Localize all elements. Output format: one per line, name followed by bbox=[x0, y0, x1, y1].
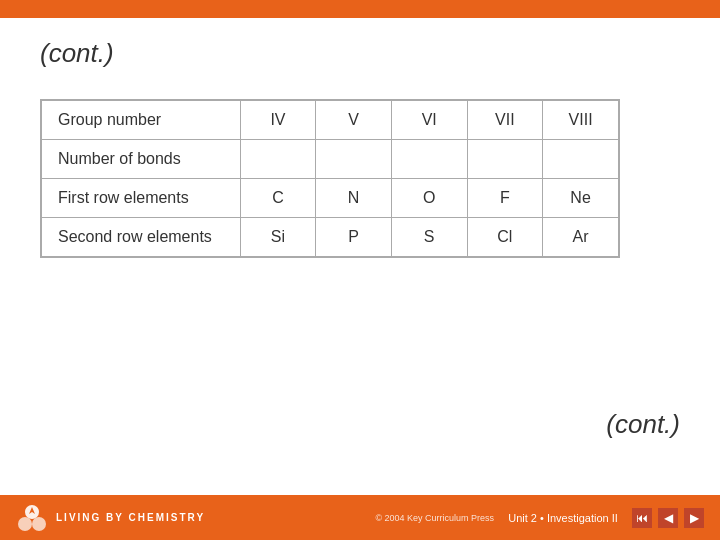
nav-label: Unit 2 • Investigation II bbox=[508, 512, 618, 524]
copyright-text: © 2004 Key Curriculum Press bbox=[375, 513, 494, 523]
table-cell bbox=[467, 140, 543, 179]
table-cell bbox=[391, 140, 467, 179]
data-table: Group numberIVVVIVIIVIIINumber of bondsF… bbox=[41, 100, 619, 257]
table-row: Second row elementsSiPSClAr bbox=[42, 218, 619, 257]
logo-icon bbox=[16, 502, 48, 534]
table-cell: Ar bbox=[543, 218, 619, 257]
table-cell: C bbox=[240, 179, 316, 218]
nav-arrows: ⏮ ◀ ▶ bbox=[632, 508, 704, 528]
page-title: (cont.) bbox=[40, 38, 680, 69]
table-row-label: Group number bbox=[42, 101, 241, 140]
table-row: First row elementsCNOFNe bbox=[42, 179, 619, 218]
nav-prev-prev-button[interactable]: ⏮ bbox=[632, 508, 652, 528]
table-row: Group numberIVVVIVIIVIII bbox=[42, 101, 619, 140]
table-cell bbox=[543, 140, 619, 179]
cont-bottom: (cont.) bbox=[606, 409, 680, 440]
table-cell: Ne bbox=[543, 179, 619, 218]
bottom-left: LIVING BY CHEMISTRY bbox=[16, 502, 205, 534]
table-cell: P bbox=[316, 218, 392, 257]
table-cell: N bbox=[316, 179, 392, 218]
nav-next-button[interactable]: ▶ bbox=[684, 508, 704, 528]
table-row-label: Second row elements bbox=[42, 218, 241, 257]
svg-point-1 bbox=[18, 517, 32, 531]
table-cell: Cl bbox=[467, 218, 543, 257]
table-cell: IV bbox=[240, 101, 316, 140]
nav-prev-button[interactable]: ◀ bbox=[658, 508, 678, 528]
table-cell: S bbox=[391, 218, 467, 257]
table-row-label: Number of bonds bbox=[42, 140, 241, 179]
table-row-label: First row elements bbox=[42, 179, 241, 218]
table-row: Number of bonds bbox=[42, 140, 619, 179]
table-cell: F bbox=[467, 179, 543, 218]
table-cell bbox=[316, 140, 392, 179]
bottom-bar: LIVING BY CHEMISTRY © 2004 Key Curriculu… bbox=[0, 495, 720, 540]
main-content: (cont.) Group numberIVVVIVIIVIIINumber o… bbox=[0, 18, 720, 495]
table-cell: V bbox=[316, 101, 392, 140]
bottom-right: © 2004 Key Curriculum Press Unit 2 • Inv… bbox=[375, 508, 704, 528]
logo-text: LIVING BY CHEMISTRY bbox=[56, 512, 205, 523]
table-cell: O bbox=[391, 179, 467, 218]
table-cell: Si bbox=[240, 218, 316, 257]
table-container: Group numberIVVVIVIIVIIINumber of bondsF… bbox=[40, 99, 620, 258]
svg-point-2 bbox=[32, 517, 46, 531]
top-bar bbox=[0, 0, 720, 18]
table-cell: VI bbox=[391, 101, 467, 140]
table-cell: VIII bbox=[543, 101, 619, 140]
table-cell bbox=[240, 140, 316, 179]
table-cell: VII bbox=[467, 101, 543, 140]
